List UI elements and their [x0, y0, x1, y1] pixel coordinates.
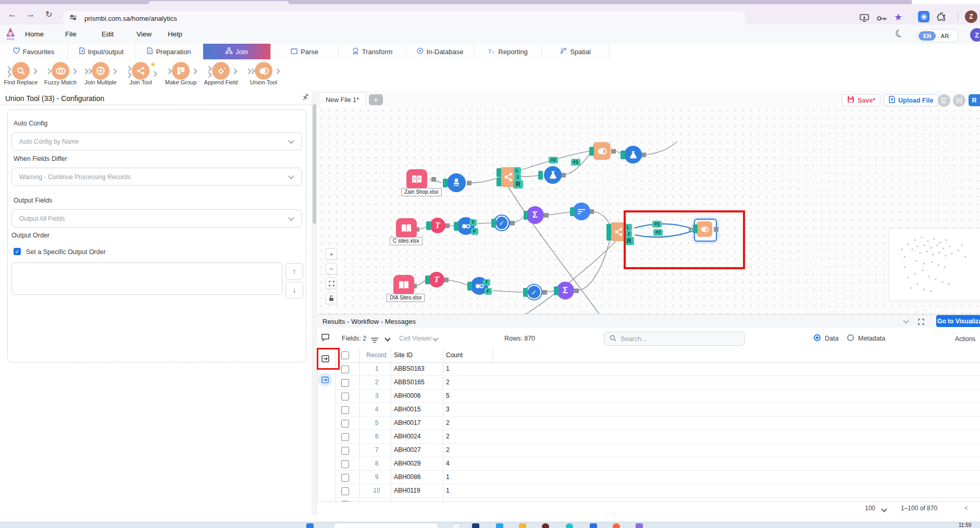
menu-edit[interactable]: Edit	[102, 24, 114, 44]
input-anchor[interactable]	[425, 275, 430, 284]
union-node[interactable]	[593, 142, 611, 160]
back-icon[interactable]: ←	[8, 4, 17, 24]
page-size-select[interactable]: 100	[865, 501, 875, 516]
taskbar-start-icon[interactable]	[306, 523, 314, 528]
output-fields-select[interactable]: Output All Fields	[11, 209, 302, 228]
tab-parse[interactable]: Parse	[271, 44, 339, 59]
forward-icon[interactable]: →	[26, 4, 35, 24]
input-anchor[interactable]	[554, 286, 559, 295]
summarize-node[interactable]: Σ	[526, 206, 544, 224]
send-to-device-icon[interactable]	[860, 14, 869, 22]
radio-metadata-label[interactable]: Metadata	[858, 335, 885, 342]
append-field-tool[interactable]: ✦	[212, 62, 230, 80]
radio-data-label[interactable]: Data	[825, 335, 838, 342]
radio-data[interactable]	[814, 334, 821, 341]
tab-in-database[interactable]: In-Database	[406, 44, 474, 59]
taskbar-app-icon[interactable]	[542, 523, 549, 528]
address-bar[interactable]: prismbi.com.sa/home/analytics	[63, 11, 746, 26]
join-tool[interactable]	[132, 62, 150, 80]
input-anchor[interactable]	[426, 221, 431, 230]
input-anchor[interactable]	[589, 147, 594, 156]
output-anchor[interactable]	[444, 278, 449, 282]
menu-view[interactable]: View	[137, 24, 152, 44]
taskbar-app-icon[interactable]	[519, 523, 526, 528]
input-file-node-zain[interactable]	[406, 169, 427, 190]
node-label[interactable]: DIA Sites.xlsx	[387, 294, 425, 302]
align-horizontal-button[interactable]	[938, 94, 950, 107]
lang-ar[interactable]: AR	[940, 33, 949, 39]
make-group-tool[interactable]	[172, 62, 190, 80]
actions-label[interactable]: Actions	[955, 335, 975, 343]
new-workflow-tab-button[interactable]: +	[369, 94, 383, 105]
expand-fullscreen-icon[interactable]	[918, 318, 924, 327]
input-anchor[interactable]	[443, 179, 448, 187]
output-order-list[interactable]	[11, 262, 282, 295]
taskbar-app-icon[interactable]	[472, 523, 479, 528]
join-multiple-tool[interactable]	[92, 62, 109, 80]
filter-false-tag[interactable]: F	[485, 288, 492, 295]
output-anchor[interactable]	[467, 181, 472, 185]
column-header-site-id[interactable]: Site ID	[394, 348, 413, 362]
chevron-down-icon[interactable]	[433, 336, 438, 341]
upload-file-button[interactable]: Upload File	[884, 94, 938, 106]
output-anchor[interactable]	[510, 221, 515, 225]
favourite-star-icon[interactable]: ★	[150, 60, 156, 68]
menu-home[interactable]: Home	[25, 24, 44, 44]
align-vertical-button[interactable]	[953, 94, 965, 107]
tab-reporting[interactable]: TTReporting	[474, 44, 542, 59]
menu-help[interactable]: Help	[168, 24, 182, 44]
sort-node[interactable]	[573, 203, 590, 220]
lang-en[interactable]: EN	[919, 31, 936, 41]
extensions-puzzle-icon[interactable]	[937, 12, 946, 23]
taskbar-app-icon[interactable]	[636, 523, 643, 528]
data-cleansing-node[interactable]	[447, 173, 466, 192]
output-anchor[interactable]	[561, 173, 566, 178]
input-anchor[interactable]	[538, 171, 543, 180]
test-flask-node[interactable]	[544, 166, 562, 184]
input-anchor[interactable]	[621, 150, 625, 159]
column-header-record[interactable]: Record	[366, 348, 387, 362]
search-input[interactable]: Search...	[604, 332, 745, 346]
node-label[interactable]: Zain Shop.xlsx	[401, 188, 442, 196]
join-output-tag-r[interactable]: R	[513, 180, 523, 188]
output-anchor[interactable]	[574, 288, 579, 293]
input-anchor[interactable]	[467, 282, 472, 291]
text-tool-node[interactable]: T	[429, 272, 444, 287]
input-anchor[interactable]	[524, 211, 528, 220]
output-anchor[interactable]	[611, 149, 616, 154]
site-settings-icon[interactable]	[69, 14, 77, 23]
chevron-down-icon[interactable]	[882, 507, 886, 511]
go-to-visualization-button[interactable]: Go to Visualiza	[936, 315, 980, 327]
output-anchor[interactable]	[542, 290, 547, 295]
output-anchor[interactable]	[445, 223, 450, 228]
output-anchor[interactable]	[431, 177, 436, 182]
filter-true-tag[interactable]: T	[483, 279, 490, 286]
tab-input-output[interactable]: Input/output	[68, 44, 135, 59]
input-file-node-dia[interactable]	[393, 275, 414, 296]
filter-false-tag[interactable]: F	[471, 228, 478, 235]
when-fields-differ-select[interactable]: Warning - Continue Processing Records	[11, 168, 302, 186]
input-anchor[interactable]	[491, 219, 496, 228]
summarize-node[interactable]: Σ	[556, 282, 574, 299]
output-anchor[interactable]	[544, 213, 549, 218]
select-all-checkbox[interactable]	[341, 351, 349, 359]
input-anchor[interactable]	[497, 168, 501, 177]
windows-taskbar[interactable]	[0, 522, 980, 528]
tab-join[interactable]: Join	[203, 44, 271, 59]
menu-file[interactable]: File	[65, 24, 77, 44]
pin-icon[interactable]	[301, 93, 308, 104]
tab-favourites[interactable]: Favourites	[0, 44, 68, 59]
text-tool-node[interactable]: T	[430, 218, 445, 233]
export-results-icon[interactable]	[318, 373, 332, 386]
output-anchor[interactable]	[641, 153, 646, 157]
reload-icon[interactable]: ↻	[45, 4, 52, 24]
workflow-file-tab[interactable]: New File 1*	[319, 92, 366, 107]
tab-transform[interactable]: Transform	[339, 44, 406, 59]
messages-icon[interactable]	[321, 334, 329, 342]
radio-metadata[interactable]	[847, 334, 854, 341]
bookmark-star-icon[interactable]: ★	[894, 11, 902, 23]
union-tool[interactable]	[255, 62, 272, 80]
node-label[interactable]: C sites.xlsx	[390, 237, 423, 245]
input-anchor[interactable]	[606, 232, 611, 241]
auto-config-select[interactable]: Auto Config by Name	[11, 132, 302, 150]
